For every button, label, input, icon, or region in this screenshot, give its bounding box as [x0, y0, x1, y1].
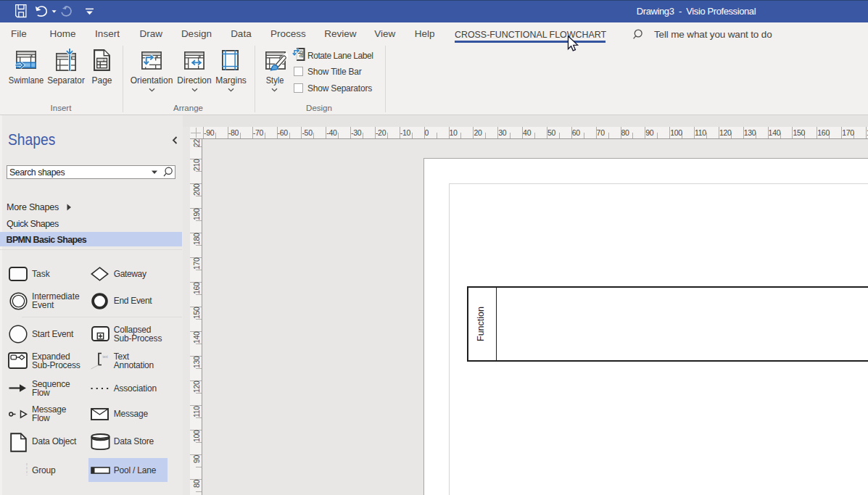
svg-text:text: text: [103, 355, 109, 359]
